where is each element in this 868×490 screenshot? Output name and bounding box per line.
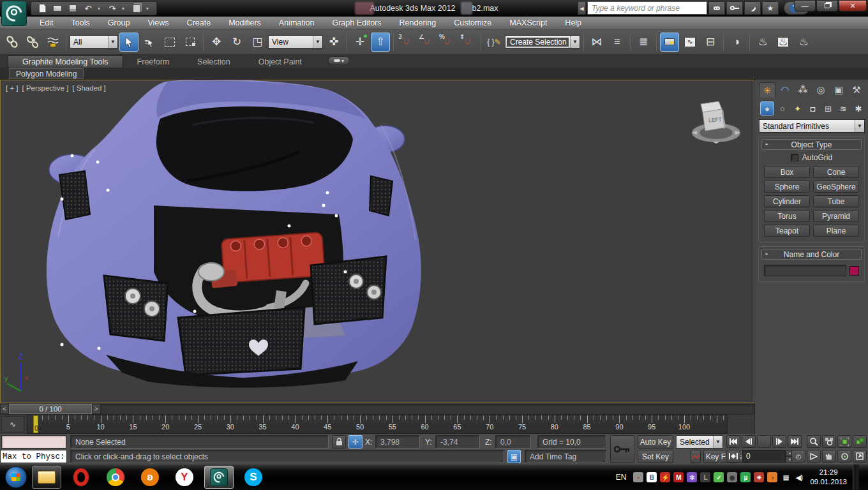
favorites-star-icon[interactable]: ★ (762, 1, 779, 15)
select-and-manipulate-icon[interactable]: ✛ (350, 33, 370, 52)
viewport-menu-shading[interactable]: [ Shaded ] (72, 84, 105, 92)
open-file-icon[interactable] (52, 3, 63, 14)
redo-icon[interactable]: ↷ (107, 3, 118, 14)
reference-coordinate-system-dropdown[interactable]: View▼ (268, 35, 323, 48)
select-and-scale-icon[interactable]: ◳ (248, 33, 267, 52)
search-input[interactable]: Type a keyword or phrase (587, 1, 707, 15)
schematic-view-icon[interactable]: ⊟ (701, 33, 720, 52)
layer-manager-icon[interactable]: ≣ (634, 33, 653, 52)
select-and-link-icon[interactable] (3, 33, 22, 52)
set-key-button[interactable]: Set Key (638, 450, 673, 463)
systems-category-icon[interactable]: ✱ (851, 101, 865, 115)
isolate-selection-toggle-icon[interactable]: ▣ (507, 450, 521, 463)
snap-toggle-3d-icon[interactable]: 3∩ (397, 33, 416, 52)
object-color-swatch[interactable] (849, 266, 859, 276)
close-button[interactable]: ✕ (839, 0, 867, 11)
redo-caret-icon[interactable]: ▾ (122, 6, 127, 11)
zoom-all-icon[interactable] (822, 435, 836, 448)
show-desktop-button[interactable] (853, 464, 859, 490)
maximize-viewport-toggle-icon[interactable] (853, 450, 867, 463)
primitive-button[interactable]: Cone (813, 166, 859, 178)
ribbon-tab[interactable]: Selection (183, 56, 244, 68)
polygon-modeling-panel-button[interactable]: Polygon Modeling (9, 68, 84, 79)
space-warps-category-icon[interactable]: ≋ (836, 101, 850, 115)
spinner-snap-toggle-icon[interactable]: ⇕∩ (458, 33, 477, 52)
primitive-button[interactable]: Teapot (764, 225, 810, 237)
motion-tab-icon[interactable]: ◎ (812, 82, 829, 98)
primitive-button[interactable]: Cylinder (764, 195, 810, 207)
mirror-icon[interactable]: ⋈ (587, 33, 606, 52)
primitive-button[interactable]: Sphere (764, 181, 810, 193)
add-time-tag[interactable]: Add Time Tag (525, 450, 606, 463)
key-icon[interactable] (726, 1, 743, 15)
modify-tab-icon[interactable]: ◠ (777, 82, 793, 98)
menu-item[interactable]: Customize (445, 17, 500, 29)
menu-item[interactable]: MAXScript (500, 17, 556, 29)
viewport-menu-general[interactable]: [ + ] (6, 84, 19, 92)
auto-key-button[interactable]: Auto Key (638, 435, 673, 449)
language-indicator[interactable]: EN (616, 473, 627, 482)
unlink-selection-icon[interactable]: ✱ (23, 33, 42, 52)
time-slider-track[interactable] (101, 404, 754, 414)
menu-item[interactable]: Graph Editors (323, 17, 390, 29)
geometry-category-icon[interactable]: ● (760, 101, 774, 115)
primitive-button[interactable]: GeoSphere (813, 181, 859, 193)
tray-icon[interactable]: ◀) (794, 472, 804, 482)
edit-named-selection-sets-icon[interactable]: { }✎ (484, 33, 504, 52)
rectangular-selection-region-icon[interactable] (160, 33, 179, 52)
ribbon-tab[interactable]: Object Paint (244, 56, 316, 68)
primitive-button[interactable]: Plane (813, 225, 859, 237)
percent-snap-toggle-icon[interactable]: %∩ (438, 33, 457, 52)
menu-item[interactable]: Group (99, 17, 139, 29)
menu-item[interactable]: Rendering (391, 17, 445, 29)
viewport-menu-pov[interactable]: [ Perspective ] (22, 84, 69, 92)
tray-icon[interactable]: ▤ (781, 472, 791, 482)
next-frame-arrow[interactable]: > (92, 404, 101, 414)
tray-icon[interactable]: ✴ (754, 472, 764, 482)
ribbon-tab[interactable]: Freeform (123, 56, 184, 68)
field-of-view-icon[interactable] (807, 450, 821, 463)
taskbar-blender-button[interactable]: ʚ (135, 466, 165, 489)
keyable-selection-dropdown[interactable]: Selected▼ (676, 435, 723, 449)
zoom-extents-all-icon[interactable] (853, 435, 867, 448)
window-crossing-toggle-icon[interactable] (181, 33, 200, 52)
tray-icon[interactable]: µ (740, 472, 751, 482)
next-frame-button[interactable] (772, 435, 786, 448)
absolute-mode-transform-toggle-icon[interactable]: ✛ (348, 435, 363, 449)
undo-caret-icon[interactable]: ▾ (98, 6, 103, 11)
tray-icon[interactable]: ◖ (767, 472, 777, 482)
new-file-icon[interactable] (36, 3, 48, 14)
keyboard-shortcut-override-icon[interactable]: ⇧ (371, 33, 390, 52)
infocenter-collapse-icon[interactable]: ◂ (578, 1, 586, 15)
tray-icon[interactable]: M (673, 472, 684, 482)
taskbar-3dsmax-button[interactable] (204, 466, 234, 489)
render-production-icon[interactable]: ♨ (794, 33, 813, 52)
create-tab-icon[interactable]: ✳ (759, 82, 775, 98)
tray-icon[interactable]: ⚡ (660, 472, 670, 482)
taskbar-skype-button[interactable]: S (239, 466, 268, 489)
select-by-name-icon[interactable]: ≡ (140, 33, 159, 52)
primitive-category-dropdown[interactable]: Standard Primitives ▼ (759, 119, 864, 133)
track-bar-ruler[interactable]: 5101520253035404550556065707580859095100… (27, 415, 728, 434)
menu-item[interactable]: Animation (270, 17, 324, 29)
autogrid-checkbox[interactable] (791, 154, 798, 161)
name-color-rollout-header[interactable]: - Name and Color (761, 249, 862, 260)
hierarchy-tab-icon[interactable]: ⁂ (795, 82, 811, 98)
bind-to-space-warp-icon[interactable] (43, 33, 63, 52)
shapes-category-icon[interactable]: ○ (775, 101, 789, 115)
menu-item[interactable]: Modifiers (220, 17, 270, 29)
utilities-tab-icon[interactable]: ⚒ (848, 82, 865, 98)
minimize-button[interactable]: — (794, 0, 816, 11)
ribbon-minimize-button[interactable]: ▾ (319, 56, 350, 67)
menu-item[interactable]: Create (178, 17, 220, 29)
primitive-button[interactable]: Tube (813, 195, 859, 207)
tray-icon[interactable]: ✓ (714, 472, 724, 482)
tray-icon[interactable]: ◉ (727, 472, 737, 482)
tray-icon[interactable]: B (647, 472, 657, 482)
z-coordinate-field[interactable]: 0,0 (495, 435, 531, 449)
toggle-scene-explorer-icon[interactable] (660, 33, 679, 52)
zoom-icon[interactable] (807, 435, 821, 448)
object-type-rollout-header[interactable]: - Object Type (761, 139, 862, 150)
primitive-button[interactable]: Pyramid (813, 210, 859, 222)
selection-filter-dropdown[interactable]: All▼ (70, 35, 118, 48)
